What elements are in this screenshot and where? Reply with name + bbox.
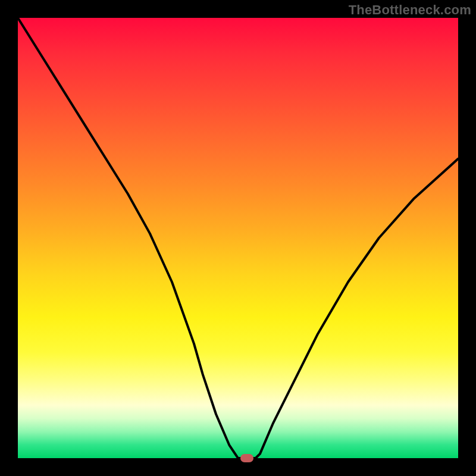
- minimum-marker: [240, 454, 253, 462]
- bottleneck-curve: [18, 18, 458, 458]
- plot-area: [18, 18, 458, 458]
- watermark-text: TheBottleneck.com: [349, 2, 471, 18]
- chart-frame: TheBottleneck.com: [0, 0, 476, 476]
